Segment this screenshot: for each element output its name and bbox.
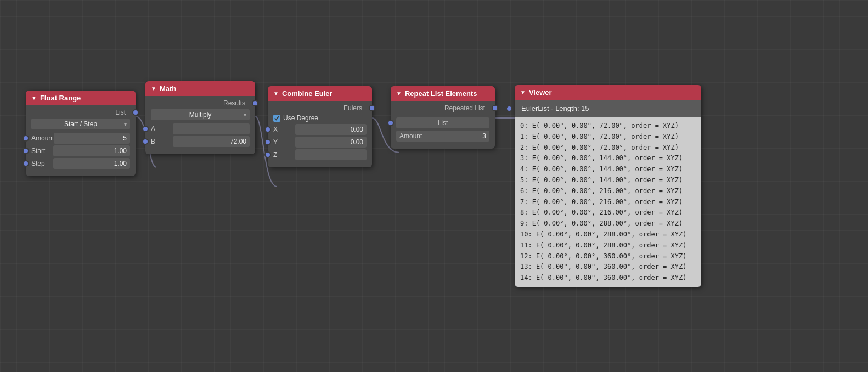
float-range-start-row: Start 1.00 [31,145,130,156]
viewer-header: ▼ Viewer [515,85,701,100]
float-range-title: Float Range [40,94,81,102]
viewer-input-socket[interactable] [506,105,512,112]
combine-euler-x-row: X 0.00 [273,124,367,135]
viewer-data-line: 13: E( 0.00°, 0.00°, 360.00°, order = XY… [520,262,696,273]
viewer-data-line: 4: E( 0.00°, 0.00°, 144.00°, order = XYZ… [520,164,696,175]
float-range-dropdown[interactable]: Start / Step [31,119,130,129]
math-arrow: ▼ [151,86,156,92]
combine-euler-z-socket[interactable] [264,151,271,158]
combine-euler-z-row: Z [273,149,367,160]
viewer-info-text: EulerList - Length: 15 [521,104,589,112]
combine-euler-output-label: Eulers [343,104,362,112]
float-range-node: ▼ Float Range List Start / Step Amount 5… [26,91,136,176]
math-output-label: Results [223,99,245,107]
float-range-header: ▼ Float Range [26,91,136,105]
float-range-dropdown-wrapper[interactable]: Start / Step [31,119,130,129]
math-dropdown[interactable]: Multiply [151,109,250,120]
combine-euler-x-socket[interactable] [264,126,271,133]
repeat-list-title: Repeat List Elements [405,89,477,98]
viewer-title: Viewer [529,88,552,97]
viewer-data-line: 6: E( 0.00°, 0.00°, 216.00°, order = XYZ… [520,186,696,197]
viewer-arrow: ▼ [520,89,526,95]
combine-euler-body: Eulers Use Degree X 0.00 Y 0.00 Z [268,101,372,167]
float-range-output-row: List [31,109,130,116]
viewer-data-line: 12: E( 0.00°, 0.00°, 360.00°, order = XY… [520,251,696,262]
math-a-value[interactable] [173,123,250,134]
viewer-data-line: 9: E( 0.00°, 0.00°, 288.00°, order = XYZ… [520,218,696,229]
repeat-list-list-row: List [396,117,489,128]
combine-euler-y-socket[interactable] [264,139,271,145]
combine-euler-title: Combine Euler [282,89,332,98]
math-a-label: A [151,125,173,133]
float-range-body: List Start / Step Amount 5 Start 1.00 St… [26,105,136,176]
math-output-socket[interactable] [252,100,258,106]
math-a-socket[interactable] [142,126,149,132]
repeat-list-amount-label: Amount [399,132,422,140]
float-range-step-row: Step 1.00 [31,158,130,169]
math-dropdown-wrapper[interactable]: Multiply [151,109,250,120]
combine-euler-node: ▼ Combine Euler Eulers Use Degree X 0.00… [268,86,372,167]
combine-euler-y-value[interactable]: 0.00 [295,137,367,148]
math-a-row: A [151,123,250,134]
repeat-list-amount-value: 3 [482,132,486,140]
math-title: Math [160,84,176,93]
math-header: ▼ Math [145,81,255,96]
combine-euler-output-row: Eulers [273,104,367,112]
viewer-data-line: 8: E( 0.00°, 0.00°, 216.00°, order = XYZ… [520,207,696,218]
use-degree-label: Use Degree [283,114,318,122]
viewer-data-line: 0: E( 0.00°, 0.00°, 72.00°, order = XYZ) [520,121,696,132]
combine-euler-z-label: Z [273,151,295,159]
float-range-start-value[interactable]: 1.00 [53,145,130,156]
repeat-list-body: Repeated List List Amount 3 [391,101,495,149]
float-range-amount-value[interactable]: 5 [54,133,130,144]
viewer-data-line: 7: E( 0.00°, 0.00°, 216.00°, order = XYZ… [520,197,696,208]
viewer-node: ▼ Viewer EulerList - Length: 15 0: E( 0.… [515,85,701,287]
repeat-list-amount-field[interactable]: Amount 3 [396,131,489,142]
float-range-start-socket[interactable] [22,148,29,154]
float-range-output-socket[interactable] [132,109,139,116]
combine-euler-x-label: X [273,126,295,133]
repeat-list-amount-row: Amount 3 [396,131,489,142]
use-degree-row: Use Degree [273,114,367,122]
viewer-data-line: 2: E( 0.00°, 0.00°, 72.00°, order = XYZ) [520,143,696,154]
float-range-step-value[interactable]: 1.00 [53,158,130,169]
repeat-list-output-socket[interactable] [492,105,498,111]
viewer-data-line: 1: E( 0.00°, 0.00°, 72.00°, order = XYZ) [520,132,696,143]
viewer-data-line: 3: E( 0.00°, 0.00°, 144.00°, order = XYZ… [520,153,696,164]
viewer-data-line: 14: E( 0.00°, 0.00°, 360.00°, order = XY… [520,273,696,284]
math-b-value[interactable]: 72.00 [173,136,250,147]
viewer-data-line: 5: E( 0.00°, 0.00°, 144.00°, order = XYZ… [520,175,696,186]
math-b-row: B 72.00 [151,136,250,147]
math-output-row: Results [151,99,250,107]
combine-euler-header: ▼ Combine Euler [268,86,372,101]
math-body: Results Multiply A B 72.00 [145,96,255,154]
float-range-start-label: Start [31,147,53,155]
viewer-info: EulerList - Length: 15 [515,100,701,117]
combine-euler-arrow: ▼ [273,91,279,97]
float-range-output-label: List [115,109,126,116]
float-range-arrow: ▼ [31,95,37,101]
float-range-amount-socket[interactable] [22,135,29,142]
repeat-list-list-value[interactable]: List [396,117,489,128]
use-degree-checkbox[interactable] [273,115,280,122]
repeat-list-node: ▼ Repeat List Elements Repeated List Lis… [391,86,495,149]
float-range-amount-row: Amount 5 [31,133,130,144]
math-b-label: B [151,138,173,145]
combine-euler-y-label: Y [273,138,295,146]
repeat-list-arrow: ▼ [396,91,402,97]
math-b-socket[interactable] [142,138,149,145]
viewer-data: 0: E( 0.00°, 0.00°, 72.00°, order = XYZ)… [515,117,701,287]
repeat-list-output-row: Repeated List [396,104,489,112]
float-range-step-socket[interactable] [22,160,29,167]
combine-euler-y-row: Y 0.00 [273,137,367,148]
combine-euler-output-socket[interactable] [369,105,375,111]
combine-euler-x-value[interactable]: 0.00 [295,124,367,135]
float-range-amount-label: Amount [31,134,54,142]
float-range-step-label: Step [31,160,53,167]
math-node: ▼ Math Results Multiply A B 72.00 [145,81,255,154]
repeat-list-output-label: Repeated List [444,104,485,112]
repeat-list-header: ▼ Repeat List Elements [391,86,495,101]
repeat-list-list-socket[interactable] [387,120,394,126]
combine-euler-z-value[interactable] [295,149,367,160]
viewer-data-line: 11: E( 0.00°, 0.00°, 288.00°, order = XY… [520,240,696,251]
